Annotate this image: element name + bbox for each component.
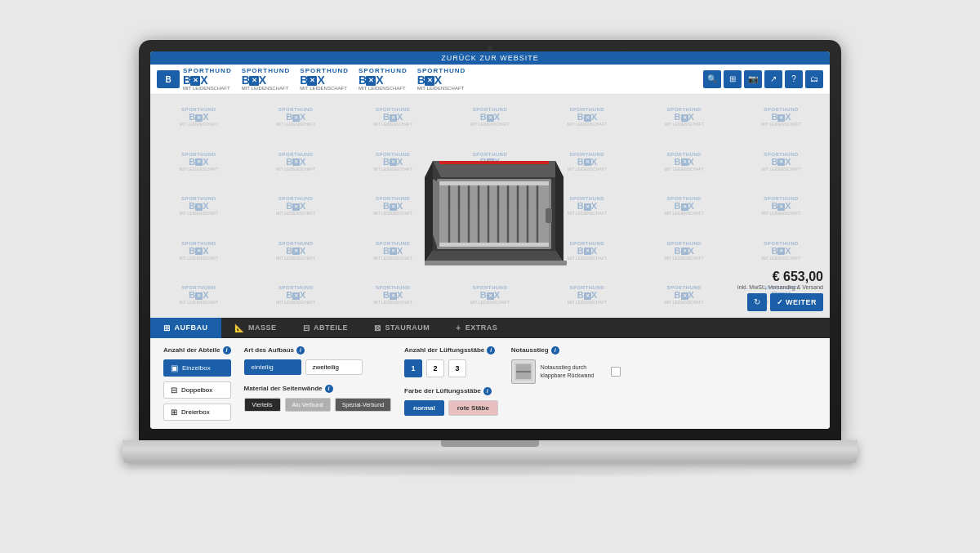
grid-button[interactable]: ⊞ (724, 70, 742, 88)
dreierbox-btn[interactable]: ⊞ Dreierbox (163, 404, 231, 421)
logo-text-3: SPORTHUND B✕X MIT LEIDENSCHAFT (300, 68, 349, 91)
masse-label: MASSE (248, 323, 277, 332)
stauraum-icon: ⊠ (374, 323, 381, 332)
svg-marker-24 (433, 179, 439, 247)
logo-sub-2: MIT LEIDENSCHAFT (242, 86, 291, 91)
tab-aufbau[interactable]: ⊞ AUFBAU (150, 318, 221, 338)
anzahl-abteile-info[interactable]: i (223, 346, 231, 355)
lueftungsstaebe-section: Anzahl der Lüftungsstäbe i 1 2 3 (404, 346, 498, 421)
share-button[interactable]: ↗ (764, 70, 782, 88)
watermark-cell: SPORTHUND B✕X MIT LEIDENSCHAFT (247, 139, 345, 184)
normal-color-btn[interactable]: normal (404, 400, 444, 416)
screen: ZURÜCK ZUR WEBSITE B SPORTHUND (150, 51, 830, 429)
lueftungsstaebe-info[interactable]: i (487, 346, 495, 355)
camera-button[interactable]: 📷 (744, 70, 762, 88)
weiter-button[interactable]: ✓ WEITER (770, 293, 824, 311)
files-button[interactable]: 🗂 (805, 70, 823, 88)
laptop-reflection (204, 466, 776, 478)
laptop-container: ZURÜCK ZUR WEBSITE B SPORTHUND (139, 40, 841, 514)
art-aufbaus-info[interactable]: i (296, 346, 305, 355)
logo-box-5: B✕X (417, 74, 466, 86)
watermark-cell: SPORTHUND B✕X MIT LEIDENSCHAFT (635, 184, 733, 229)
top-bar[interactable]: ZURÜCK ZUR WEBSITE (150, 51, 830, 65)
logo-4: SPORTHUND B✕X MIT LEIDENSCHAFT (359, 68, 408, 91)
watermark-cell: SPORTHUND B✕X MIT LEIDENSCHAFT (247, 184, 345, 229)
logo-2: SPORTHUND B✕X MIT LEIDENSCHAFT (242, 68, 291, 91)
lueftung-1-btn[interactable]: 1 (404, 359, 422, 377)
doppelbox-btn[interactable]: ⊟ Doppelbox (163, 381, 231, 399)
watermark-cell: SPORTHUND B✕X MIT LEIDENSCHAFT (150, 228, 247, 273)
logo-1: B SPORTHUND B✕X MIT LEIDENSCHAFT (157, 68, 232, 91)
watermark-cell: SPORTHUND B✕X MIT LEIDENSCHAFT (733, 95, 830, 140)
notausstieg-label: Notausstieg i (511, 346, 621, 355)
svg-text:B: B (165, 75, 171, 84)
help-button[interactable]: ? (785, 70, 803, 88)
watermark-cell: SPORTHUND B✕X MIT LEIDENSCHAFT (635, 95, 733, 140)
art-aufbaus-label: Art des Aufbaus i (244, 346, 392, 355)
svg-rect-21 (546, 208, 552, 223)
laptop-lid: ZURÜCK ZUR WEBSITE B SPORTHUND (139, 40, 841, 440)
lueftung-1-label: 1 (412, 364, 416, 372)
watermark-cell: SPORTHUND B✕X MIT LEIDENSCHAFT (733, 184, 830, 229)
logo-box-3: B✕X (300, 74, 349, 86)
svg-rect-22 (439, 161, 549, 164)
logo-5: SPORTHUND B✕X MIT LEIDENSCHAFT (417, 68, 466, 91)
tab-masse[interactable]: 📐 MASSE (221, 318, 290, 338)
vierteils-label: Vierteils (252, 402, 273, 408)
notausstieg-text: Notausstieg durch klappbare Rückwand (541, 363, 606, 378)
check-icon: ✓ (777, 298, 784, 306)
notausstieg-checkbox[interactable] (611, 367, 621, 377)
alu-verbund-label: Alu Verbund (292, 402, 323, 408)
watermark-cell: SPORTHUND B✕X MIT LEIDENSCHAFT (733, 228, 830, 273)
vierteils-btn[interactable]: Vierteils (244, 398, 281, 412)
logo-text-2: SPORTHUND B✕X MIT LEIDENSCHAFT (242, 68, 291, 91)
logo-3: SPORTHUND B✕X MIT LEIDENSCHAFT (300, 68, 349, 91)
logo-sub-1: MIT LEIDENSCHAFT (183, 86, 232, 91)
lueftungsstaebe-options: 1 2 3 (404, 359, 498, 377)
watermark-cell: SPORTHUND B✕X MIT LEIDENSCHAFT (247, 95, 345, 140)
extras-label: EXTRAS (466, 323, 498, 332)
config-panel: Anzahl der Abteile i ▣ Einzelbox ⊟ Doppe… (150, 338, 830, 429)
refresh-button[interactable]: ↻ (747, 293, 767, 311)
price-actions: ↻ ✓ WEITER (737, 293, 823, 311)
aufbau-label: AUFBAU (175, 323, 208, 332)
lueftung-3-btn[interactable]: 3 (448, 359, 466, 377)
tab-stauraum[interactable]: ⊠ STAURAUM (361, 318, 443, 338)
notausstieg-info[interactable]: i (551, 346, 559, 355)
einteilig-btn[interactable]: einteilig (244, 359, 301, 375)
zweiteilig-label: zweiteilig (313, 363, 339, 371)
zoom-button[interactable]: 🔍 (703, 70, 721, 88)
farbe-info[interactable]: i (483, 387, 492, 395)
product-viewer: // Will be rendered by JS below SPORTHUN… (150, 95, 830, 318)
aufbau-icon: ⊞ (163, 323, 171, 332)
price-value: € 653,00 (737, 270, 823, 284)
watermark-cell: SPORTHUND B✕X MIT LEIDENSCHAFT (635, 139, 733, 184)
red-color-btn[interactable]: rote Stäbe (448, 400, 498, 416)
toolbar-icons: 🔍 ⊞ 📷 ↗ ? 🗂 (703, 70, 823, 88)
tab-extras[interactable]: + EXTRAS (443, 318, 510, 338)
watermark-cell: SPORTHUND B✕X MIT LEIDENSCHAFT (150, 95, 247, 140)
einzelbox-btn[interactable]: ▣ Einzelbox (163, 359, 231, 377)
logo-sub-5: MIT LEIDENSCHAFT (417, 86, 466, 91)
alu-verbund-btn[interactable]: Alu Verbund (285, 398, 331, 412)
lueftungsstaebe-label: Anzahl der Lüftungsstäbe i (404, 346, 498, 355)
price-area: € 653,00 inkl. MwSt., Versandkg & Versan… (737, 270, 823, 311)
einzelbox-label: Einzelbox (182, 364, 211, 372)
logo-text-4: SPORTHUND B✕X MIT LEIDENSCHAFT (359, 68, 408, 91)
zweiteilig-btn[interactable]: zweiteilig (305, 359, 363, 375)
extras-icon: + (456, 323, 461, 332)
material-info[interactable]: i (325, 385, 333, 393)
svg-rect-19 (439, 181, 549, 185)
einzelbox-icon: ▣ (171, 363, 178, 372)
watermark-cell: SPORTHUND B✕X MIT LEIDENSCHAFT (247, 228, 345, 273)
notausstieg-section: Notausstieg i Notausstieg durch (511, 346, 621, 421)
logo-text-1: SPORTHUND B✕X MIT LEIDENSCHAFT (183, 68, 232, 91)
tab-abteile[interactable]: ⊟ ABTEILE (290, 318, 362, 338)
logo-box-4: B✕X (359, 74, 408, 86)
masse-icon: 📐 (234, 323, 245, 332)
camera (488, 46, 492, 51)
watermark-cell: SPORTHUND B✕X MIT LEIDENSCHAFT (247, 273, 345, 318)
laptop-base (122, 440, 858, 463)
lueftung-2-btn[interactable]: 2 (426, 359, 444, 377)
spezial-verbund-btn[interactable]: Spezial-Verbund (335, 398, 391, 412)
